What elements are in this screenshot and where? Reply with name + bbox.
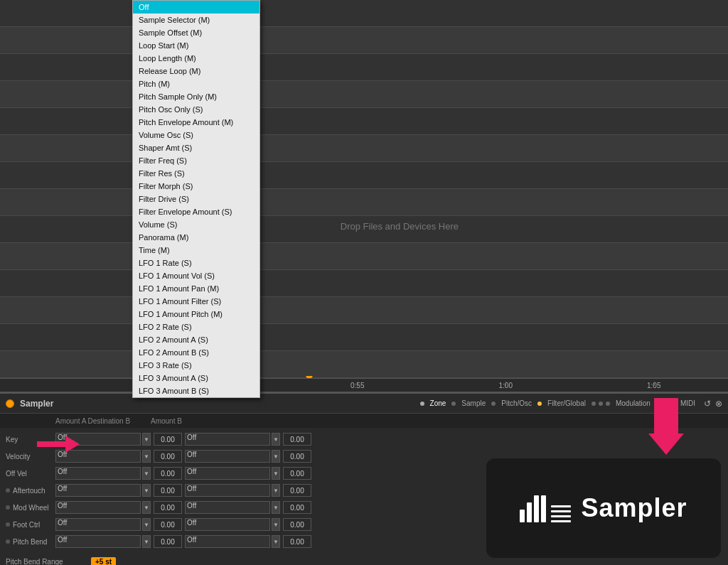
dest-b-arrow-3[interactable]: ▼ xyxy=(272,484,280,497)
dest-b-select-0[interactable]: Off xyxy=(185,433,270,446)
dropdown-item-8[interactable]: Pitch Osc Only (S) xyxy=(133,103,259,116)
dest-b-select-5[interactable]: Off xyxy=(185,518,270,531)
amount-a-1[interactable]: 0.00 xyxy=(154,450,182,463)
amount-a-4[interactable]: 0.00 xyxy=(154,501,182,514)
dest-b-wrap-4: Off▼ xyxy=(185,501,280,514)
dest-b-wrap-6: Off▼ xyxy=(185,535,280,548)
dest-b-select-1[interactable]: Off xyxy=(185,450,270,463)
dest-b-arrow-0[interactable]: ▼ xyxy=(272,433,280,446)
tab-sample[interactable]: Sample xyxy=(459,399,488,407)
dropdown-item-30[interactable]: LFO 3 Amount B (S) xyxy=(133,384,259,397)
amount-b-3[interactable]: 0.00 xyxy=(283,484,311,497)
dest-b-wrap-1: Off▼ xyxy=(185,450,280,463)
amount-b-1[interactable]: 0.00 xyxy=(283,450,311,463)
dest-a-arrow-4[interactable]: ▼ xyxy=(142,501,151,514)
amount-b-0[interactable]: 0.00 xyxy=(283,433,311,446)
dest-b-select-6[interactable]: Off xyxy=(185,535,270,548)
dropdown-item-5[interactable]: Release Loop (M) xyxy=(133,65,259,77)
dest-b-wrap-2: Off▼ xyxy=(185,467,280,480)
dropdown-item-23[interactable]: LFO 1 Amount Filter (S) xyxy=(133,295,259,308)
timeline-marker-4: 1:05 xyxy=(580,382,729,389)
dest-a-arrow-5[interactable]: ▼ xyxy=(142,518,151,531)
dropdown-item-24[interactable]: LFO 1 Amount Pitch (M) xyxy=(133,308,259,321)
dropdown-item-1[interactable]: Sample Selector (M) xyxy=(133,14,259,26)
dest-a-arrow-2[interactable]: ▼ xyxy=(142,467,151,480)
amount-a-0[interactable]: 0.00 xyxy=(154,433,182,446)
dropdown-item-6[interactable]: Pitch (M) xyxy=(133,77,259,90)
dest-b-select-3[interactable]: Off xyxy=(185,484,270,497)
close-icon[interactable]: ⊗ xyxy=(715,399,722,409)
col-header-dest-a: Amount A Destination B xyxy=(55,417,151,425)
timeline-marker-2: 0:55 xyxy=(284,382,432,389)
dropdown-item-22[interactable]: LFO 1 Amount Pan (M) xyxy=(133,282,259,295)
tab-pitch[interactable]: Pitch/Osc xyxy=(498,399,535,407)
dest-a-select-5[interactable]: Off xyxy=(55,518,141,531)
dropdown-item-18[interactable]: Panorama (M) xyxy=(133,231,259,244)
dropdown-item-0[interactable]: Off xyxy=(133,1,259,14)
amount-b-4[interactable]: 0.00 xyxy=(283,501,311,514)
dest-a-wrap-5: Off▼ xyxy=(55,518,151,531)
dropdown-item-2[interactable]: Sample Offset (M) xyxy=(133,26,259,39)
dropdown-item-21[interactable]: LFO 1 Amount Vol (S) xyxy=(133,269,259,282)
dest-b-arrow-6[interactable]: ▼ xyxy=(272,535,280,548)
sampler-logo-icon xyxy=(520,494,571,522)
dest-a-arrow-1[interactable]: ▼ xyxy=(142,450,151,463)
dest-a-arrow-6[interactable]: ▼ xyxy=(142,535,151,548)
sampler-title: Sampler xyxy=(20,399,53,409)
dest-b-wrap-0: Off▼ xyxy=(185,433,280,446)
dest-b-arrow-1[interactable]: ▼ xyxy=(272,450,280,463)
dropdown-item-15[interactable]: Filter Drive (S) xyxy=(133,193,259,205)
dropdown-item-26[interactable]: LFO 2 Amount A (S) xyxy=(133,333,259,346)
dropdown-item-25[interactable]: LFO 2 Rate (S) xyxy=(133,321,259,333)
dropdown-item-7[interactable]: Pitch Sample Only (M) xyxy=(133,90,259,103)
dest-b-arrow-4[interactable]: ▼ xyxy=(272,501,280,514)
mod-dot-3 xyxy=(6,488,10,493)
dropdown-item-12[interactable]: Filter Freq (S) xyxy=(133,154,259,167)
pitch-bend-range-value[interactable]: +5 st xyxy=(91,557,116,566)
amount-b-6[interactable]: 0.00 xyxy=(283,535,311,548)
mod-dot-4 xyxy=(6,505,10,510)
dropdown-item-3[interactable]: Loop Start (M) xyxy=(133,39,259,52)
dest-a-arrow-3[interactable]: ▼ xyxy=(142,484,151,497)
dropdown-item-28[interactable]: LFO 3 Rate (S) xyxy=(133,359,259,372)
dest-b-arrow-2[interactable]: ▼ xyxy=(272,467,280,480)
dropdown-item-20[interactable]: LFO 1 Rate (S) xyxy=(133,257,259,269)
dropdown-item-27[interactable]: LFO 2 Amount B (S) xyxy=(133,346,259,359)
dropdown-item-19[interactable]: Time (M) xyxy=(133,244,259,257)
dropdown-item-11[interactable]: Shaper Amt (S) xyxy=(133,141,259,154)
dropdown-item-10[interactable]: Volume Osc (S) xyxy=(133,129,259,141)
dest-b-arrow-5[interactable]: ▼ xyxy=(272,518,280,531)
dropdown-item-17[interactable]: Volume (S) xyxy=(133,218,259,231)
amount-b-2[interactable]: 0.00 xyxy=(283,467,311,480)
dest-b-wrap-3: Off▼ xyxy=(185,484,280,497)
amount-b-5[interactable]: 0.00 xyxy=(283,518,311,531)
dropdown-item-9[interactable]: Pitch Envelope Amount (M) xyxy=(133,116,259,129)
tab-modulation[interactable]: Modulation xyxy=(613,399,653,407)
tab-zone[interactable]: Zone xyxy=(427,399,449,407)
sampler-power-icon[interactable] xyxy=(6,399,14,408)
tab-filter[interactable]: Filter/Global xyxy=(545,399,589,407)
dest-a-arrow-0[interactable]: ▼ xyxy=(142,433,151,446)
dest-a-select-6[interactable]: Off xyxy=(55,535,141,548)
amount-a-2[interactable]: 0.00 xyxy=(154,467,182,480)
dest-a-select-4[interactable]: Off xyxy=(55,501,141,514)
svg-marker-0 xyxy=(37,436,80,453)
dest-a-select-3[interactable]: Off xyxy=(55,484,141,497)
mod-row-label-1: Velocity xyxy=(6,453,55,461)
dest-b-wrap-5: Off▼ xyxy=(185,518,280,531)
amount-a-5[interactable]: 0.00 xyxy=(154,518,182,531)
dest-b-select-4[interactable]: Off xyxy=(185,501,270,514)
dest-b-select-2[interactable]: Off xyxy=(185,467,270,480)
mod-row-label-3: Aftertouch xyxy=(6,487,55,495)
dropdown-item-4[interactable]: Loop Length (M) xyxy=(133,52,259,65)
tab-dot-filter xyxy=(537,402,542,406)
dropdown-item-13[interactable]: Filter Res (S) xyxy=(133,167,259,180)
dest-a-select-2[interactable]: Off xyxy=(55,467,141,480)
dropdown-item-14[interactable]: Filter Morph (S) xyxy=(133,180,259,193)
dest-a-wrap-3: Off▼ xyxy=(55,484,151,497)
dropdown-item-16[interactable]: Filter Envelope Amount (S) xyxy=(133,205,259,218)
amount-a-3[interactable]: 0.00 xyxy=(154,484,182,497)
amount-a-6[interactable]: 0.00 xyxy=(154,535,182,548)
dropdown-item-29[interactable]: LFO 3 Amount A (S) xyxy=(133,372,259,384)
refresh-icon[interactable]: ↺ xyxy=(704,399,711,409)
